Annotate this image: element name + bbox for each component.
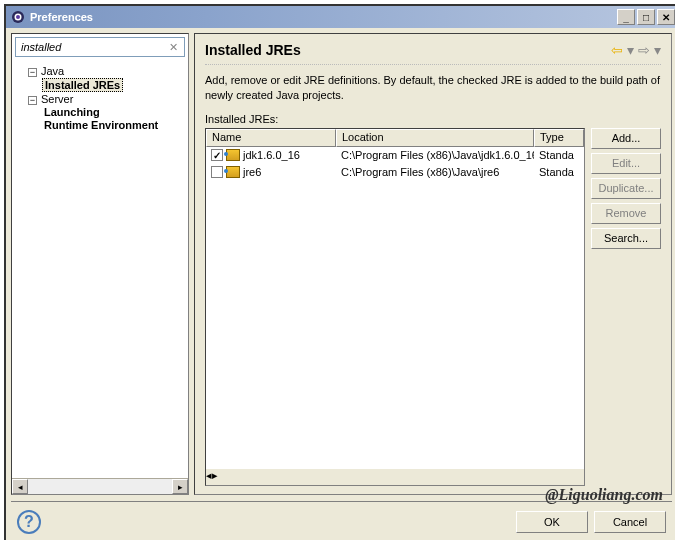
tree-node-java[interactable]: Java xyxy=(39,65,66,77)
tree-node-installed-jres[interactable]: Installed JREs xyxy=(42,78,123,92)
jre-icon xyxy=(226,166,240,178)
table-row[interactable]: ✓jdk1.6.0_16 C:\Program Files (x86)\Java… xyxy=(206,147,584,164)
cancel-button[interactable]: Cancel xyxy=(594,511,666,533)
window-title: Preferences xyxy=(30,11,615,23)
scroll-right-icon[interactable]: ▸ xyxy=(172,479,188,494)
expand-java-icon[interactable]: − xyxy=(28,68,37,77)
app-icon xyxy=(10,9,26,25)
duplicate-button[interactable]: Duplicate... xyxy=(591,178,661,199)
title-bar[interactable]: Preferences _ □ ✕ xyxy=(6,6,675,28)
table-hscrollbar[interactable]: ◂ ▸ xyxy=(206,469,584,485)
help-icon[interactable]: ? xyxy=(17,510,41,534)
tree-node-launching[interactable]: Launching xyxy=(42,106,102,118)
nav-pane: ✕ −Java Installed JREs −Server xyxy=(11,33,189,495)
col-location[interactable]: Location xyxy=(336,129,534,147)
tree-node-runtime-env[interactable]: Runtime Environment xyxy=(42,119,160,131)
scroll-right-icon[interactable]: ▸ xyxy=(212,469,218,485)
add-button[interactable]: Add... xyxy=(591,128,661,149)
tree-node-server[interactable]: Server xyxy=(39,93,75,105)
scroll-left-icon[interactable]: ◂ xyxy=(12,479,28,494)
minimize-button[interactable]: _ xyxy=(617,9,635,25)
content-pane: Installed JREs ⇦ ▾ ⇨ ▾ Add, remove or ed… xyxy=(194,33,672,495)
forward-menu-icon[interactable]: ▾ xyxy=(654,42,661,58)
search-button[interactable]: Search... xyxy=(591,228,661,249)
col-name[interactable]: Name xyxy=(206,129,336,147)
remove-button[interactable]: Remove xyxy=(591,203,661,224)
back-menu-icon[interactable]: ▾ xyxy=(627,42,634,58)
nav-tree[interactable]: −Java Installed JREs −Server Launching R… xyxy=(12,60,188,478)
filter-input[interactable] xyxy=(19,40,169,54)
close-button[interactable]: ✕ xyxy=(657,9,675,25)
clear-filter-icon[interactable]: ✕ xyxy=(169,41,181,53)
col-type[interactable]: Type xyxy=(534,129,584,147)
nav-hscrollbar[interactable]: ◂ ▸ xyxy=(12,478,188,494)
table-row[interactable]: jre6 C:\Program Files (x86)\Java\jre6 St… xyxy=(206,164,584,181)
jre-icon xyxy=(226,149,240,161)
forward-icon: ⇨ xyxy=(638,42,650,58)
edit-button[interactable]: Edit... xyxy=(591,153,661,174)
jre-checkbox[interactable]: ✓ xyxy=(211,149,223,161)
filter-input-wrap[interactable]: ✕ xyxy=(15,37,185,57)
table-label: Installed JREs: xyxy=(205,113,661,125)
ok-button[interactable]: OK xyxy=(516,511,588,533)
page-title: Installed JREs xyxy=(205,42,611,58)
jre-table[interactable]: Name Location Type ✓jdk1.6.0_16 C:\Progr… xyxy=(205,128,585,486)
watermark: @Liguoliang.com xyxy=(545,486,663,504)
preferences-dialog: Preferences _ □ ✕ ✕ −Java Installed JREs xyxy=(4,4,675,540)
page-description: Add, remove or edit JRE definitions. By … xyxy=(205,73,661,103)
maximize-button[interactable]: □ xyxy=(637,9,655,25)
expand-server-icon[interactable]: − xyxy=(28,96,37,105)
jre-checkbox[interactable] xyxy=(211,166,223,178)
back-icon[interactable]: ⇦ xyxy=(611,42,623,58)
svg-point-2 xyxy=(16,15,20,19)
